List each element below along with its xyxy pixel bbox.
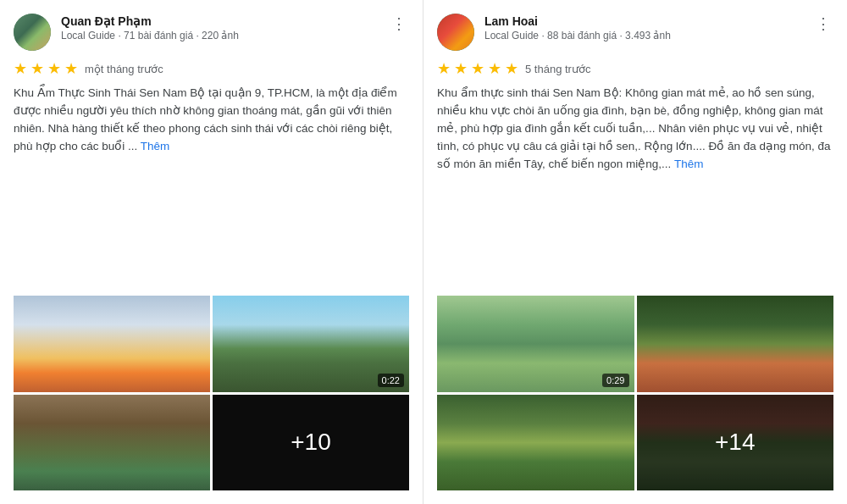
right-more-link[interactable]: Thêm <box>674 158 704 170</box>
left-plus-overlay[interactable]: +10 <box>213 395 409 491</box>
right-star-2: ★ <box>454 59 468 78</box>
left-photo-2[interactable]: 0:22 <box>213 296 409 392</box>
star-2: ★ <box>30 59 44 78</box>
right-reviewer-header: Lam Hoai Local Guide · 88 bài đánh giá ·… <box>437 14 833 51</box>
right-photo-4[interactable]: +14 <box>637 395 834 491</box>
star-1: ★ <box>14 59 27 78</box>
left-photo-3[interactable] <box>14 395 210 491</box>
left-reviewer-info: Quan Đạt Phạm Local Guide · 71 bài đánh … <box>61 14 389 43</box>
right-star-1: ★ <box>437 59 451 78</box>
left-photo-1[interactable] <box>14 296 210 392</box>
right-star-5: ★ <box>505 59 518 78</box>
left-review-text: Khu Ẩm Thực Sinh Thái Sen Nam Bộ tại quậ… <box>14 85 409 285</box>
left-video-badge-1: 0:22 <box>378 374 404 387</box>
left-review-panel: Quan Đạt Phạm Local Guide · 71 bài đánh … <box>0 0 424 504</box>
star-4: ★ <box>64 59 78 78</box>
right-photo-3[interactable] <box>437 395 634 491</box>
right-plus-overlay[interactable]: +14 <box>637 395 834 491</box>
left-avatar <box>14 14 51 51</box>
right-reviewer-name: Lam Hoai <box>484 14 813 29</box>
left-reviewer-name: Quan Đạt Phạm <box>61 14 389 29</box>
right-more-options-icon[interactable]: ⋮ <box>813 14 833 34</box>
left-more-link[interactable]: Thêm <box>141 140 170 152</box>
right-review-panel: Lam Hoai Local Guide · 88 bài đánh giá ·… <box>424 0 847 504</box>
right-review-text: Khu ẩm thực sinh thái Sen Nam Bộ: Không … <box>437 85 833 285</box>
left-more-options-icon[interactable]: ⋮ <box>389 14 409 34</box>
left-photo-4[interactable]: +10 <box>213 395 409 491</box>
right-avatar <box>437 14 474 51</box>
left-reviewer-header: Quan Đạt Phạm Local Guide · 71 bài đánh … <box>14 14 409 51</box>
right-stars-row: ★ ★ ★ ★ ★ 5 tháng trước <box>437 59 833 78</box>
right-reviewer-info: Lam Hoai Local Guide · 88 bài đánh giá ·… <box>484 14 813 43</box>
left-time-ago: một tháng trước <box>85 63 163 75</box>
left-reviewer-meta: Local Guide · 71 bài đánh giá · 220 ảnh <box>61 29 389 43</box>
left-photo-grid: 0:22 +10 <box>14 296 409 490</box>
right-photo-grid: 0:29 +14 <box>437 296 833 490</box>
right-time-ago: 5 tháng trước <box>525 63 590 75</box>
right-star-4: ★ <box>488 59 501 78</box>
right-photo-2[interactable] <box>637 296 834 392</box>
left-stars-row: ★ ★ ★ ★ một tháng trước <box>14 59 409 78</box>
right-reviewer-meta: Local Guide · 88 bài đánh giá · 3.493 ản… <box>484 29 813 43</box>
star-3: ★ <box>47 59 61 78</box>
right-video-badge-1: 0:29 <box>602 374 628 387</box>
right-star-3: ★ <box>471 59 484 78</box>
right-photo-1[interactable]: 0:29 <box>437 296 634 392</box>
